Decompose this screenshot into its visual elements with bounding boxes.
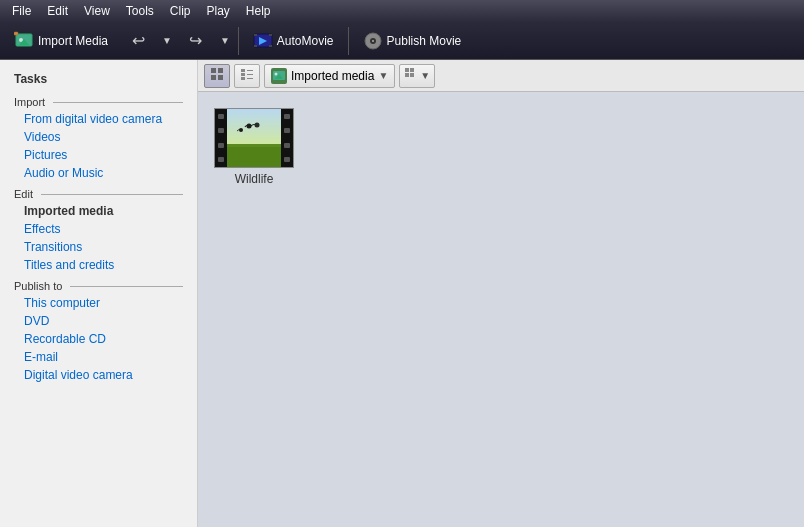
svg-rect-26 [405, 68, 409, 72]
sidebar-item-dvd[interactable]: DVD [0, 312, 197, 330]
sidebar-item-transitions[interactable]: Transitions [0, 238, 197, 256]
sidebar-item-pictures[interactable]: Pictures [0, 146, 197, 164]
svg-rect-20 [247, 74, 253, 75]
dropdown-arrow-icon: ▼ [378, 70, 388, 81]
sidebar-item-audio[interactable]: Audio or Music [0, 164, 197, 182]
svg-rect-16 [218, 75, 223, 80]
menu-play[interactable]: Play [199, 2, 238, 20]
toolbar: Import Media ↩ ▼ ↪ ▼ AutoMovie [0, 22, 804, 60]
sidebar-edit-section: Edit [0, 182, 197, 202]
menu-tools[interactable]: Tools [118, 2, 162, 20]
sidebar-item-digital-video[interactable]: From digital video camera [0, 110, 197, 128]
dropdown-media-icon [271, 68, 287, 84]
svg-rect-29 [410, 73, 414, 77]
film-hole [284, 128, 290, 133]
thumbnail-image [227, 109, 281, 167]
film-strip-right [281, 109, 293, 167]
svg-rect-17 [241, 69, 245, 72]
menu-edit[interactable]: Edit [39, 2, 76, 20]
film-hole [218, 143, 224, 148]
toolbar-separator [238, 27, 239, 55]
list-item[interactable]: Wildlife [214, 108, 294, 186]
film-hole [284, 143, 290, 148]
automovie-label: AutoMovie [277, 34, 334, 48]
imported-media-dropdown[interactable]: Imported media ▼ [264, 64, 395, 88]
svg-rect-19 [241, 73, 245, 76]
media-area: Wildlife [198, 92, 804, 527]
content-pane: Imported media ▼ ▼ [198, 60, 804, 527]
svg-rect-13 [211, 68, 216, 73]
svg-rect-3 [14, 32, 18, 35]
film-strip-left [215, 109, 227, 167]
sidebar-item-dv-camera[interactable]: Digital video camera [0, 366, 197, 384]
svg-point-34 [255, 123, 260, 128]
film-hole [218, 114, 224, 119]
view-options-button[interactable]: ▼ [399, 64, 435, 88]
svg-rect-8 [254, 45, 257, 47]
undo-button[interactable]: ↩ [120, 26, 156, 56]
svg-rect-32 [227, 147, 283, 168]
redo-button[interactable]: ↪ [178, 26, 214, 56]
sidebar-item-this-computer[interactable]: This computer [0, 294, 197, 312]
publish-movie-icon [363, 31, 383, 51]
view-detail-icon [240, 67, 254, 84]
menu-file[interactable]: File [4, 2, 39, 20]
svg-point-25 [275, 72, 278, 75]
content-toolbar: Imported media ▼ ▼ [198, 60, 804, 92]
svg-rect-22 [247, 78, 253, 79]
view-grid-button[interactable] [204, 64, 230, 88]
view-detail-button[interactable] [234, 64, 260, 88]
svg-rect-18 [247, 70, 253, 71]
menu-bar: File Edit View Tools Clip Play Help [0, 0, 804, 22]
view-options-icon [404, 67, 418, 84]
sidebar-tasks-title: Tasks [0, 68, 197, 90]
menu-clip[interactable]: Clip [162, 2, 199, 20]
sidebar-publish-section: Publish to [0, 274, 197, 294]
automovie-icon [253, 31, 273, 51]
sidebar-item-imported-media[interactable]: Imported media [0, 202, 197, 220]
film-hole [284, 157, 290, 162]
svg-rect-6 [254, 34, 257, 36]
menu-help[interactable]: Help [238, 2, 279, 20]
publish-movie-button[interactable]: Publish Movie [355, 26, 470, 56]
menu-view[interactable]: View [76, 2, 118, 20]
svg-rect-14 [218, 68, 223, 73]
main-content: Tasks Import From digital video camera V… [0, 60, 804, 527]
svg-point-33 [247, 124, 252, 129]
svg-rect-15 [211, 75, 216, 80]
sidebar: Tasks Import From digital video camera V… [0, 60, 198, 527]
sidebar-item-email[interactable]: E-mail [0, 348, 197, 366]
svg-point-35 [239, 128, 243, 132]
toolbar-separator-2 [348, 27, 349, 55]
svg-rect-27 [410, 68, 414, 72]
view-options-arrow-icon: ▼ [420, 70, 430, 81]
view-grid-icon [210, 67, 224, 84]
import-media-button[interactable]: Import Media [6, 26, 116, 56]
undo-arrow[interactable]: ▼ [160, 35, 174, 46]
film-hole [218, 128, 224, 133]
import-media-icon [14, 31, 34, 51]
automovie-button[interactable]: AutoMovie [245, 26, 342, 56]
redo-icon: ↪ [186, 31, 206, 51]
redo-arrow[interactable]: ▼ [218, 35, 232, 46]
sidebar-item-titles[interactable]: Titles and credits [0, 256, 197, 274]
film-hole [218, 157, 224, 162]
svg-point-12 [372, 40, 374, 42]
sidebar-item-recordable-cd[interactable]: Recordable CD [0, 330, 197, 348]
film-hole [284, 114, 290, 119]
dropdown-label: Imported media [291, 69, 374, 83]
media-item-label: Wildlife [235, 172, 274, 186]
svg-rect-9 [269, 45, 272, 47]
svg-rect-28 [405, 73, 409, 77]
svg-rect-21 [241, 77, 245, 80]
sidebar-item-effects[interactable]: Effects [0, 220, 197, 238]
undo-icon: ↩ [128, 31, 148, 51]
import-media-label: Import Media [38, 34, 108, 48]
sidebar-import-section: Import [0, 90, 197, 110]
publish-movie-label: Publish Movie [387, 34, 462, 48]
sidebar-item-videos[interactable]: Videos [0, 128, 197, 146]
media-thumbnail [214, 108, 294, 168]
svg-rect-7 [269, 34, 272, 36]
